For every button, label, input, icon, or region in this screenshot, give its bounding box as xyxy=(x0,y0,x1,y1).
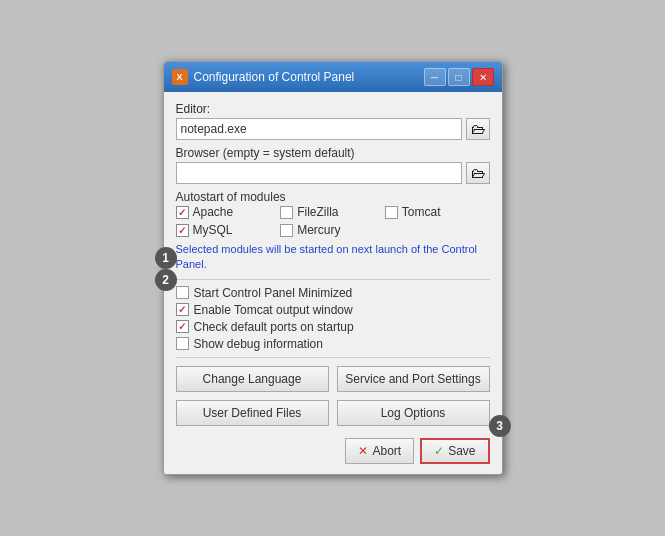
maximize-button[interactable]: □ xyxy=(448,68,470,86)
change-language-button[interactable]: Change Language xyxy=(176,366,329,392)
module-mercury: Mercury xyxy=(280,222,385,238)
autostart-title: Autostart of modules xyxy=(176,190,286,204)
module-filezilla: FileZilla xyxy=(280,204,385,220)
browser-group: Browser (empty = system default) 🗁 xyxy=(176,146,490,184)
option-start-minimized: Start Control Panel Minimized xyxy=(176,286,490,300)
filezilla-label: FileZilla xyxy=(297,205,338,219)
editor-input-row: 🗁 xyxy=(176,118,490,140)
autostart-section: Autostart of modules Apache FileZilla To… xyxy=(176,190,490,271)
option-enable-tomcat: Enable Tomcat output window xyxy=(176,303,490,317)
window-title: Configuration of Control Panel xyxy=(194,70,355,84)
log-options-button[interactable]: Log Options xyxy=(337,400,490,426)
filezilla-checkbox[interactable] xyxy=(280,206,293,219)
start-minimized-label: Start Control Panel Minimized xyxy=(194,286,353,300)
enable-tomcat-label: Enable Tomcat output window xyxy=(194,303,353,317)
minimize-button[interactable]: ─ xyxy=(424,68,446,86)
config-window: X Configuration of Control Panel ─ □ ✕ E… xyxy=(163,61,503,475)
badge-3: 3 xyxy=(489,415,511,437)
option-check-ports: Check default ports on startup xyxy=(176,320,490,334)
tomcat-checkbox[interactable] xyxy=(385,206,398,219)
check-ports-checkbox[interactable] xyxy=(176,320,189,333)
autostart-info: Selected modules will be started on next… xyxy=(176,242,490,271)
tomcat-label: Tomcat xyxy=(402,205,441,219)
modules-grid: Apache FileZilla Tomcat MySQL xyxy=(176,204,490,238)
mercury-label: Mercury xyxy=(297,223,340,237)
close-button[interactable]: ✕ xyxy=(472,68,494,86)
mercury-checkbox[interactable] xyxy=(280,224,293,237)
action-buttons-row1: Change Language Service and Port Setting… xyxy=(176,366,490,392)
apache-checkbox[interactable] xyxy=(176,206,189,219)
editor-input[interactable] xyxy=(176,118,462,140)
apache-label: Apache xyxy=(193,205,234,219)
browser-input[interactable] xyxy=(176,162,462,184)
module-apache: Apache xyxy=(176,204,281,220)
separator-2 xyxy=(176,357,490,358)
show-debug-label: Show debug information xyxy=(194,337,323,351)
titlebar-controls: ─ □ ✕ xyxy=(424,68,494,86)
save-icon: ✓ xyxy=(434,444,444,458)
service-port-button[interactable]: Service and Port Settings xyxy=(337,366,490,392)
start-minimized-checkbox[interactable] xyxy=(176,286,189,299)
options-section: Start Control Panel Minimized Enable Tom… xyxy=(176,286,490,351)
browser-input-row: 🗁 xyxy=(176,162,490,184)
mysql-checkbox[interactable] xyxy=(176,224,189,237)
app-icon: X xyxy=(172,69,188,85)
module-tomcat: Tomcat xyxy=(385,204,490,220)
titlebar: X Configuration of Control Panel ─ □ ✕ xyxy=(164,62,502,92)
user-defined-button[interactable]: User Defined Files xyxy=(176,400,329,426)
show-debug-checkbox[interactable] xyxy=(176,337,189,350)
browser-folder-button[interactable]: 🗁 xyxy=(466,162,490,184)
browser-label: Browser (empty = system default) xyxy=(176,146,490,160)
editor-label: Editor: xyxy=(176,102,490,116)
module-mysql: MySQL xyxy=(176,222,281,238)
separator-1 xyxy=(176,279,490,280)
titlebar-left: X Configuration of Control Panel xyxy=(172,69,355,85)
content-area: Editor: 🗁 Browser (empty = system defaul… xyxy=(164,92,502,474)
enable-tomcat-checkbox[interactable] xyxy=(176,303,189,316)
abort-label: Abort xyxy=(372,444,401,458)
badge-1: 1 xyxy=(155,247,177,269)
option-show-debug: Show debug information xyxy=(176,337,490,351)
footer-buttons: ✕ Abort ✓ Save xyxy=(176,432,490,464)
check-ports-label: Check default ports on startup xyxy=(194,320,354,334)
editor-folder-button[interactable]: 🗁 xyxy=(466,118,490,140)
action-buttons-row2: User Defined Files Log Options xyxy=(176,400,490,426)
badge-2: 2 xyxy=(155,269,177,291)
save-button[interactable]: ✓ Save xyxy=(420,438,489,464)
mysql-label: MySQL xyxy=(193,223,233,237)
abort-icon: ✕ xyxy=(358,444,368,458)
editor-group: Editor: 🗁 xyxy=(176,102,490,140)
abort-button[interactable]: ✕ Abort xyxy=(345,438,414,464)
save-label: Save xyxy=(448,444,475,458)
